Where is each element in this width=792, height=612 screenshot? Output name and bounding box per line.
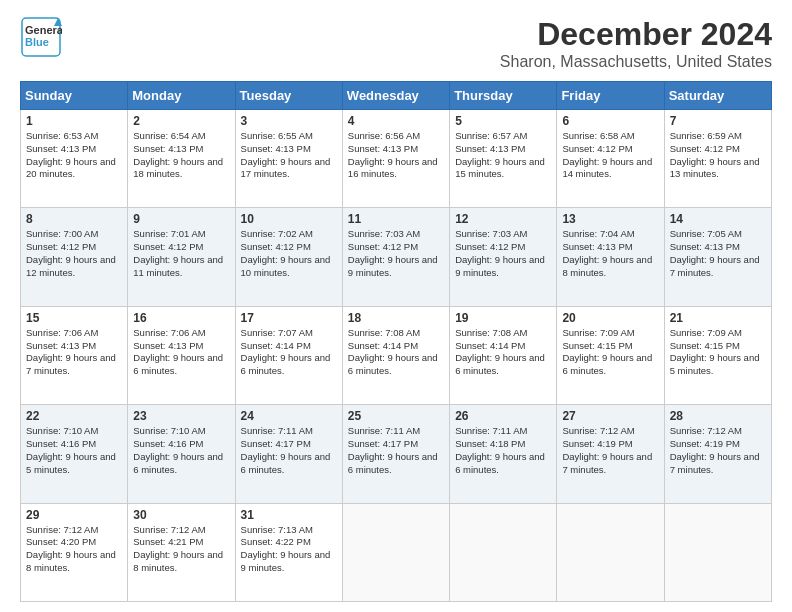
day-info: Sunrise: 7:01 AMSunset: 4:12 PMDaylight:… [133,228,229,279]
calendar-cell: 22Sunrise: 7:10 AMSunset: 4:16 PMDayligh… [21,405,128,503]
day-number: 20 [562,311,658,325]
day-info: Sunrise: 7:08 AMSunset: 4:14 PMDaylight:… [348,327,444,378]
day-number: 10 [241,212,337,226]
day-info: Sunrise: 6:55 AMSunset: 4:13 PMDaylight:… [241,130,337,181]
day-number: 13 [562,212,658,226]
calendar-week-row: 22Sunrise: 7:10 AMSunset: 4:16 PMDayligh… [21,405,772,503]
day-number: 14 [670,212,766,226]
day-info: Sunrise: 7:09 AMSunset: 4:15 PMDaylight:… [562,327,658,378]
calendar-cell: 30Sunrise: 7:12 AMSunset: 4:21 PMDayligh… [128,503,235,601]
day-number: 15 [26,311,122,325]
day-number: 3 [241,114,337,128]
day-number: 30 [133,508,229,522]
header: General Blue December 2024 Sharon, Massa… [20,16,772,71]
day-number: 7 [670,114,766,128]
calendar-cell: 31Sunrise: 7:13 AMSunset: 4:22 PMDayligh… [235,503,342,601]
calendar-cell: 21Sunrise: 7:09 AMSunset: 4:15 PMDayligh… [664,306,771,404]
day-number: 26 [455,409,551,423]
day-info: Sunrise: 7:04 AMSunset: 4:13 PMDaylight:… [562,228,658,279]
day-info: Sunrise: 6:57 AMSunset: 4:13 PMDaylight:… [455,130,551,181]
calendar-cell: 19Sunrise: 7:08 AMSunset: 4:14 PMDayligh… [450,306,557,404]
calendar-cell: 8Sunrise: 7:00 AMSunset: 4:12 PMDaylight… [21,208,128,306]
day-header-thursday: Thursday [450,82,557,110]
day-info: Sunrise: 7:11 AMSunset: 4:18 PMDaylight:… [455,425,551,476]
day-number: 2 [133,114,229,128]
calendar-cell: 25Sunrise: 7:11 AMSunset: 4:17 PMDayligh… [342,405,449,503]
calendar-cell: 3Sunrise: 6:55 AMSunset: 4:13 PMDaylight… [235,110,342,208]
svg-text:Blue: Blue [25,36,49,48]
calendar-cell: 17Sunrise: 7:07 AMSunset: 4:14 PMDayligh… [235,306,342,404]
day-number: 21 [670,311,766,325]
day-header-wednesday: Wednesday [342,82,449,110]
day-info: Sunrise: 7:11 AMSunset: 4:17 PMDaylight:… [241,425,337,476]
day-number: 1 [26,114,122,128]
day-info: Sunrise: 7:03 AMSunset: 4:12 PMDaylight:… [348,228,444,279]
day-number: 8 [26,212,122,226]
calendar-cell [557,503,664,601]
calendar-cell [342,503,449,601]
calendar-cell: 27Sunrise: 7:12 AMSunset: 4:19 PMDayligh… [557,405,664,503]
day-info: Sunrise: 7:02 AMSunset: 4:12 PMDaylight:… [241,228,337,279]
day-info: Sunrise: 7:12 AMSunset: 4:21 PMDaylight:… [133,524,229,575]
calendar-week-row: 8Sunrise: 7:00 AMSunset: 4:12 PMDaylight… [21,208,772,306]
calendar-week-row: 15Sunrise: 7:06 AMSunset: 4:13 PMDayligh… [21,306,772,404]
day-number: 27 [562,409,658,423]
day-number: 25 [348,409,444,423]
day-info: Sunrise: 6:53 AMSunset: 4:13 PMDaylight:… [26,130,122,181]
day-number: 18 [348,311,444,325]
day-info: Sunrise: 7:12 AMSunset: 4:19 PMDaylight:… [562,425,658,476]
calendar-cell: 4Sunrise: 6:56 AMSunset: 4:13 PMDaylight… [342,110,449,208]
calendar-cell: 23Sunrise: 7:10 AMSunset: 4:16 PMDayligh… [128,405,235,503]
day-number: 12 [455,212,551,226]
calendar-cell: 29Sunrise: 7:12 AMSunset: 4:20 PMDayligh… [21,503,128,601]
calendar-cell: 15Sunrise: 7:06 AMSunset: 4:13 PMDayligh… [21,306,128,404]
calendar-header-row: SundayMondayTuesdayWednesdayThursdayFrid… [21,82,772,110]
calendar-cell: 24Sunrise: 7:11 AMSunset: 4:17 PMDayligh… [235,405,342,503]
logo: General Blue [20,16,62,58]
day-number: 11 [348,212,444,226]
calendar-cell [664,503,771,601]
calendar-cell: 13Sunrise: 7:04 AMSunset: 4:13 PMDayligh… [557,208,664,306]
calendar-cell: 26Sunrise: 7:11 AMSunset: 4:18 PMDayligh… [450,405,557,503]
day-info: Sunrise: 7:09 AMSunset: 4:15 PMDaylight:… [670,327,766,378]
day-info: Sunrise: 7:08 AMSunset: 4:14 PMDaylight:… [455,327,551,378]
calendar-cell: 2Sunrise: 6:54 AMSunset: 4:13 PMDaylight… [128,110,235,208]
day-header-tuesday: Tuesday [235,82,342,110]
calendar-cell: 12Sunrise: 7:03 AMSunset: 4:12 PMDayligh… [450,208,557,306]
calendar-table: SundayMondayTuesdayWednesdayThursdayFrid… [20,81,772,602]
day-number: 16 [133,311,229,325]
page: General Blue December 2024 Sharon, Massa… [0,0,792,612]
day-header-monday: Monday [128,82,235,110]
day-number: 5 [455,114,551,128]
day-info: Sunrise: 7:11 AMSunset: 4:17 PMDaylight:… [348,425,444,476]
day-info: Sunrise: 6:58 AMSunset: 4:12 PMDaylight:… [562,130,658,181]
location-title: Sharon, Massachusetts, United States [500,53,772,71]
day-info: Sunrise: 7:07 AMSunset: 4:14 PMDaylight:… [241,327,337,378]
day-number: 24 [241,409,337,423]
day-number: 28 [670,409,766,423]
day-info: Sunrise: 7:12 AMSunset: 4:19 PMDaylight:… [670,425,766,476]
day-number: 23 [133,409,229,423]
month-title: December 2024 [500,16,772,53]
calendar-cell: 6Sunrise: 6:58 AMSunset: 4:12 PMDaylight… [557,110,664,208]
day-info: Sunrise: 7:12 AMSunset: 4:20 PMDaylight:… [26,524,122,575]
day-info: Sunrise: 7:00 AMSunset: 4:12 PMDaylight:… [26,228,122,279]
title-block: December 2024 Sharon, Massachusetts, Uni… [500,16,772,71]
day-number: 29 [26,508,122,522]
day-info: Sunrise: 7:10 AMSunset: 4:16 PMDaylight:… [133,425,229,476]
calendar-cell: 18Sunrise: 7:08 AMSunset: 4:14 PMDayligh… [342,306,449,404]
day-number: 19 [455,311,551,325]
day-header-saturday: Saturday [664,82,771,110]
calendar-cell: 28Sunrise: 7:12 AMSunset: 4:19 PMDayligh… [664,405,771,503]
calendar-week-row: 29Sunrise: 7:12 AMSunset: 4:20 PMDayligh… [21,503,772,601]
calendar-cell: 14Sunrise: 7:05 AMSunset: 4:13 PMDayligh… [664,208,771,306]
calendar-cell: 11Sunrise: 7:03 AMSunset: 4:12 PMDayligh… [342,208,449,306]
day-number: 22 [26,409,122,423]
day-number: 6 [562,114,658,128]
day-info: Sunrise: 7:06 AMSunset: 4:13 PMDaylight:… [26,327,122,378]
day-number: 4 [348,114,444,128]
day-info: Sunrise: 7:05 AMSunset: 4:13 PMDaylight:… [670,228,766,279]
day-number: 17 [241,311,337,325]
calendar-cell: 9Sunrise: 7:01 AMSunset: 4:12 PMDaylight… [128,208,235,306]
logo-icon: General Blue [20,16,62,58]
